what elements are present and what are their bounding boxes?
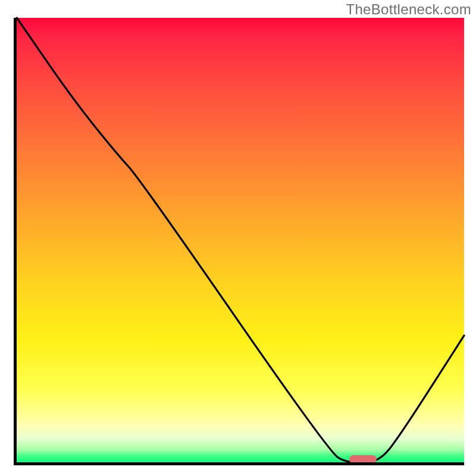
bottleneck-curve (14, 18, 464, 465)
chart-container: TheBottleneck.com (0, 0, 476, 476)
watermark-text: TheBottleneck.com (346, 1, 471, 18)
optimal-marker (349, 455, 377, 464)
plot-area (14, 18, 464, 465)
